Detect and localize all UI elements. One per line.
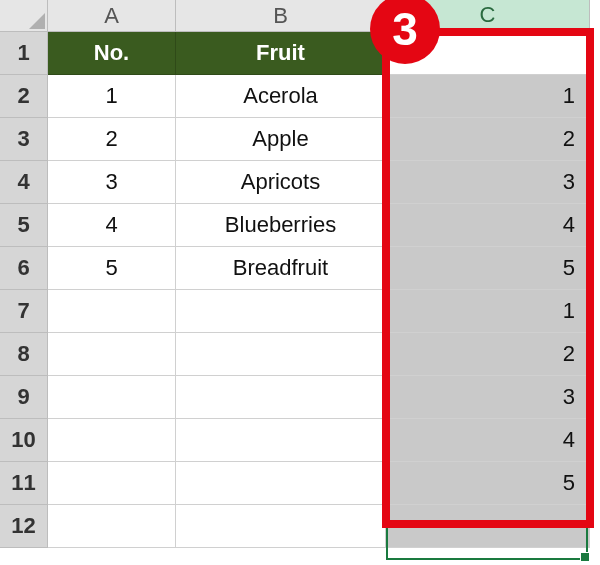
cell-c12[interactable] xyxy=(386,505,590,548)
cell-a6[interactable]: 5 xyxy=(48,247,176,290)
spreadsheet-grid[interactable]: A B C 1 No. Fruit 2 1 Acerola 1 3 2 Appl… xyxy=(0,0,600,548)
cell-a10[interactable] xyxy=(48,419,176,462)
cell-b2[interactable]: Acerola xyxy=(176,75,386,118)
row-header-10[interactable]: 10 xyxy=(0,419,48,462)
cell-b12[interactable] xyxy=(176,505,386,548)
cell-c11[interactable]: 5 xyxy=(386,462,590,505)
row-header-9[interactable]: 9 xyxy=(0,376,48,419)
cell-b5[interactable]: Blueberries xyxy=(176,204,386,247)
cell-b9[interactable] xyxy=(176,376,386,419)
cell-a9[interactable] xyxy=(48,376,176,419)
row-header-4[interactable]: 4 xyxy=(0,161,48,204)
cell-b8[interactable] xyxy=(176,333,386,376)
cell-a11[interactable] xyxy=(48,462,176,505)
cell-b6[interactable]: Breadfruit xyxy=(176,247,386,290)
cell-a8[interactable] xyxy=(48,333,176,376)
col-header-b[interactable]: B xyxy=(176,0,386,32)
row-header-2[interactable]: 2 xyxy=(0,75,48,118)
row-header-3[interactable]: 3 xyxy=(0,118,48,161)
cell-c5[interactable]: 4 xyxy=(386,204,590,247)
cell-b3[interactable]: Apple xyxy=(176,118,386,161)
cell-c10[interactable]: 4 xyxy=(386,419,590,462)
cell-b10[interactable] xyxy=(176,419,386,462)
row-header-1[interactable]: 1 xyxy=(0,32,48,75)
cell-c4[interactable]: 3 xyxy=(386,161,590,204)
cell-a7[interactable] xyxy=(48,290,176,333)
row-header-7[interactable]: 7 xyxy=(0,290,48,333)
cell-a5[interactable]: 4 xyxy=(48,204,176,247)
cell-a3[interactable]: 2 xyxy=(48,118,176,161)
cell-c2[interactable]: 1 xyxy=(386,75,590,118)
row-header-5[interactable]: 5 xyxy=(0,204,48,247)
select-all-corner[interactable] xyxy=(0,0,48,32)
cell-b4[interactable]: Apricots xyxy=(176,161,386,204)
cell-c6[interactable]: 5 xyxy=(386,247,590,290)
row-header-11[interactable]: 11 xyxy=(0,462,48,505)
table-header-no[interactable]: No. xyxy=(48,32,176,75)
row-header-6[interactable]: 6 xyxy=(0,247,48,290)
table-header-fruit[interactable]: Fruit xyxy=(176,32,386,75)
cell-a4[interactable]: 3 xyxy=(48,161,176,204)
cell-c3[interactable]: 2 xyxy=(386,118,590,161)
col-header-a[interactable]: A xyxy=(48,0,176,32)
row-header-12[interactable]: 12 xyxy=(0,505,48,548)
cell-b7[interactable] xyxy=(176,290,386,333)
cell-b11[interactable] xyxy=(176,462,386,505)
cell-c9[interactable]: 3 xyxy=(386,376,590,419)
cell-c8[interactable]: 2 xyxy=(386,333,590,376)
cell-c7[interactable]: 1 xyxy=(386,290,590,333)
cell-a2[interactable]: 1 xyxy=(48,75,176,118)
cell-a12[interactable] xyxy=(48,505,176,548)
row-header-8[interactable]: 8 xyxy=(0,333,48,376)
